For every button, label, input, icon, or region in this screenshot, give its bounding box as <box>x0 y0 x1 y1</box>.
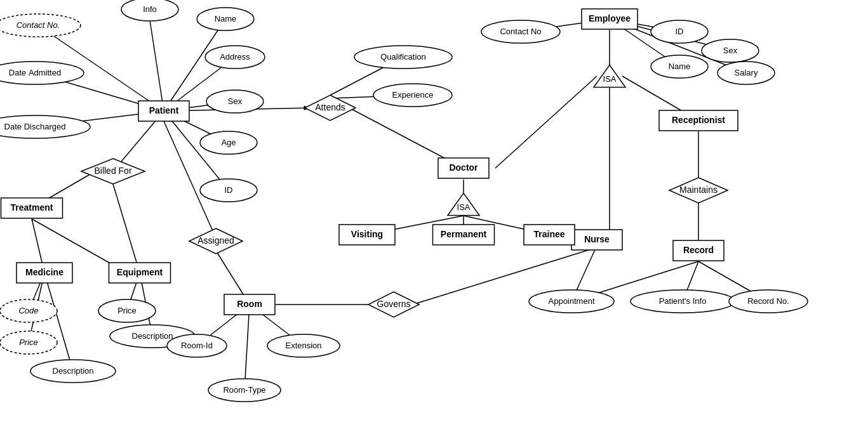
er-diagram <box>0 0 868 446</box>
